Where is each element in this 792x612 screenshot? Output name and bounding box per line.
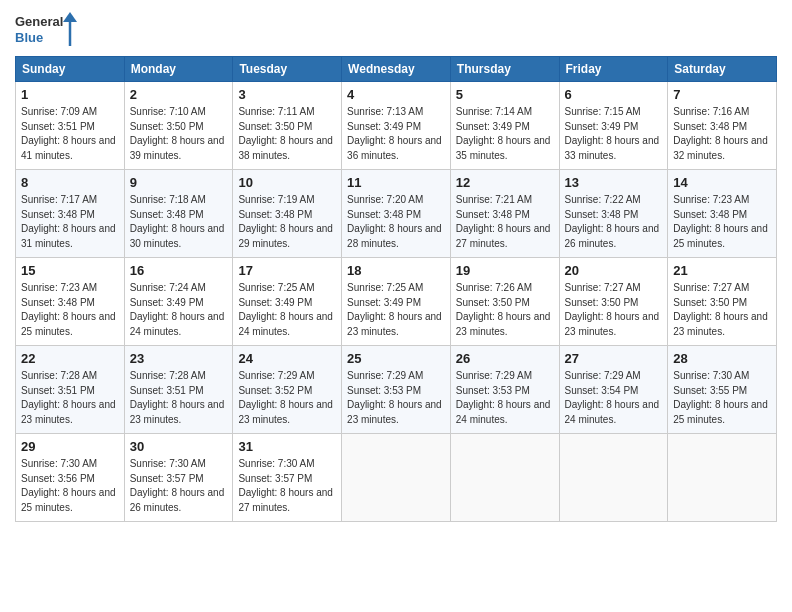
- calendar-header-row: SundayMondayTuesdayWednesdayThursdayFrid…: [16, 57, 777, 82]
- calendar-cell: [450, 434, 559, 522]
- day-info: Sunrise: 7:28 AMSunset: 3:51 PMDaylight:…: [21, 369, 119, 427]
- logo-svg: General Blue: [15, 10, 85, 48]
- col-header-saturday: Saturday: [668, 57, 777, 82]
- col-header-wednesday: Wednesday: [342, 57, 451, 82]
- week-row-2: 8Sunrise: 7:17 AMSunset: 3:48 PMDaylight…: [16, 170, 777, 258]
- day-info: Sunrise: 7:25 AMSunset: 3:49 PMDaylight:…: [347, 281, 445, 339]
- day-info: Sunrise: 7:18 AMSunset: 3:48 PMDaylight:…: [130, 193, 228, 251]
- day-number: 28: [673, 350, 771, 368]
- calendar-cell: 14Sunrise: 7:23 AMSunset: 3:48 PMDayligh…: [668, 170, 777, 258]
- col-header-friday: Friday: [559, 57, 668, 82]
- day-number: 30: [130, 438, 228, 456]
- day-number: 16: [130, 262, 228, 280]
- calendar-cell: 20Sunrise: 7:27 AMSunset: 3:50 PMDayligh…: [559, 258, 668, 346]
- calendar-cell: 2Sunrise: 7:10 AMSunset: 3:50 PMDaylight…: [124, 82, 233, 170]
- calendar-cell: 4Sunrise: 7:13 AMSunset: 3:49 PMDaylight…: [342, 82, 451, 170]
- day-number: 5: [456, 86, 554, 104]
- day-info: Sunrise: 7:30 AMSunset: 3:56 PMDaylight:…: [21, 457, 119, 515]
- day-number: 3: [238, 86, 336, 104]
- day-info: Sunrise: 7:13 AMSunset: 3:49 PMDaylight:…: [347, 105, 445, 163]
- calendar-cell: 25Sunrise: 7:29 AMSunset: 3:53 PMDayligh…: [342, 346, 451, 434]
- calendar-cell: 5Sunrise: 7:14 AMSunset: 3:49 PMDaylight…: [450, 82, 559, 170]
- calendar-cell: 1Sunrise: 7:09 AMSunset: 3:51 PMDaylight…: [16, 82, 125, 170]
- calendar-cell: 13Sunrise: 7:22 AMSunset: 3:48 PMDayligh…: [559, 170, 668, 258]
- day-info: Sunrise: 7:15 AMSunset: 3:49 PMDaylight:…: [565, 105, 663, 163]
- day-number: 6: [565, 86, 663, 104]
- day-number: 11: [347, 174, 445, 192]
- day-number: 4: [347, 86, 445, 104]
- day-number: 15: [21, 262, 119, 280]
- day-info: Sunrise: 7:27 AMSunset: 3:50 PMDaylight:…: [673, 281, 771, 339]
- calendar-cell: 21Sunrise: 7:27 AMSunset: 3:50 PMDayligh…: [668, 258, 777, 346]
- day-info: Sunrise: 7:28 AMSunset: 3:51 PMDaylight:…: [130, 369, 228, 427]
- calendar-body: 1Sunrise: 7:09 AMSunset: 3:51 PMDaylight…: [16, 82, 777, 522]
- day-info: Sunrise: 7:30 AMSunset: 3:57 PMDaylight:…: [238, 457, 336, 515]
- calendar-cell: 24Sunrise: 7:29 AMSunset: 3:52 PMDayligh…: [233, 346, 342, 434]
- day-number: 21: [673, 262, 771, 280]
- svg-text:General: General: [15, 14, 63, 29]
- day-number: 2: [130, 86, 228, 104]
- day-info: Sunrise: 7:26 AMSunset: 3:50 PMDaylight:…: [456, 281, 554, 339]
- day-number: 29: [21, 438, 119, 456]
- col-header-thursday: Thursday: [450, 57, 559, 82]
- day-number: 31: [238, 438, 336, 456]
- calendar-cell: 16Sunrise: 7:24 AMSunset: 3:49 PMDayligh…: [124, 258, 233, 346]
- week-row-4: 22Sunrise: 7:28 AMSunset: 3:51 PMDayligh…: [16, 346, 777, 434]
- calendar-cell: 3Sunrise: 7:11 AMSunset: 3:50 PMDaylight…: [233, 82, 342, 170]
- day-number: 12: [456, 174, 554, 192]
- calendar-cell: 19Sunrise: 7:26 AMSunset: 3:50 PMDayligh…: [450, 258, 559, 346]
- calendar-cell: 12Sunrise: 7:21 AMSunset: 3:48 PMDayligh…: [450, 170, 559, 258]
- day-info: Sunrise: 7:09 AMSunset: 3:51 PMDaylight:…: [21, 105, 119, 163]
- day-number: 25: [347, 350, 445, 368]
- calendar-table: SundayMondayTuesdayWednesdayThursdayFrid…: [15, 56, 777, 522]
- day-info: Sunrise: 7:17 AMSunset: 3:48 PMDaylight:…: [21, 193, 119, 251]
- day-number: 19: [456, 262, 554, 280]
- calendar-cell: [342, 434, 451, 522]
- day-number: 27: [565, 350, 663, 368]
- day-info: Sunrise: 7:20 AMSunset: 3:48 PMDaylight:…: [347, 193, 445, 251]
- calendar-cell: 9Sunrise: 7:18 AMSunset: 3:48 PMDaylight…: [124, 170, 233, 258]
- col-header-monday: Monday: [124, 57, 233, 82]
- day-info: Sunrise: 7:16 AMSunset: 3:48 PMDaylight:…: [673, 105, 771, 163]
- day-info: Sunrise: 7:29 AMSunset: 3:52 PMDaylight:…: [238, 369, 336, 427]
- day-info: Sunrise: 7:30 AMSunset: 3:57 PMDaylight:…: [130, 457, 228, 515]
- day-number: 7: [673, 86, 771, 104]
- logo: General Blue: [15, 10, 85, 48]
- day-number: 8: [21, 174, 119, 192]
- day-number: 10: [238, 174, 336, 192]
- day-number: 14: [673, 174, 771, 192]
- day-number: 22: [21, 350, 119, 368]
- day-info: Sunrise: 7:24 AMSunset: 3:49 PMDaylight:…: [130, 281, 228, 339]
- calendar-cell: 6Sunrise: 7:15 AMSunset: 3:49 PMDaylight…: [559, 82, 668, 170]
- calendar-cell: [668, 434, 777, 522]
- svg-marker-2: [63, 12, 77, 22]
- day-number: 13: [565, 174, 663, 192]
- svg-text:Blue: Blue: [15, 30, 43, 45]
- day-info: Sunrise: 7:29 AMSunset: 3:54 PMDaylight:…: [565, 369, 663, 427]
- col-header-tuesday: Tuesday: [233, 57, 342, 82]
- calendar-cell: 15Sunrise: 7:23 AMSunset: 3:48 PMDayligh…: [16, 258, 125, 346]
- day-info: Sunrise: 7:10 AMSunset: 3:50 PMDaylight:…: [130, 105, 228, 163]
- calendar-cell: 11Sunrise: 7:20 AMSunset: 3:48 PMDayligh…: [342, 170, 451, 258]
- day-info: Sunrise: 7:29 AMSunset: 3:53 PMDaylight:…: [456, 369, 554, 427]
- day-info: Sunrise: 7:23 AMSunset: 3:48 PMDaylight:…: [21, 281, 119, 339]
- calendar-cell: 23Sunrise: 7:28 AMSunset: 3:51 PMDayligh…: [124, 346, 233, 434]
- day-info: Sunrise: 7:30 AMSunset: 3:55 PMDaylight:…: [673, 369, 771, 427]
- calendar-cell: 26Sunrise: 7:29 AMSunset: 3:53 PMDayligh…: [450, 346, 559, 434]
- calendar-cell: 10Sunrise: 7:19 AMSunset: 3:48 PMDayligh…: [233, 170, 342, 258]
- page-header: General Blue: [15, 10, 777, 48]
- day-number: 20: [565, 262, 663, 280]
- day-info: Sunrise: 7:22 AMSunset: 3:48 PMDaylight:…: [565, 193, 663, 251]
- day-info: Sunrise: 7:11 AMSunset: 3:50 PMDaylight:…: [238, 105, 336, 163]
- calendar-cell: 30Sunrise: 7:30 AMSunset: 3:57 PMDayligh…: [124, 434, 233, 522]
- day-info: Sunrise: 7:21 AMSunset: 3:48 PMDaylight:…: [456, 193, 554, 251]
- calendar-cell: 17Sunrise: 7:25 AMSunset: 3:49 PMDayligh…: [233, 258, 342, 346]
- day-number: 9: [130, 174, 228, 192]
- calendar-cell: 8Sunrise: 7:17 AMSunset: 3:48 PMDaylight…: [16, 170, 125, 258]
- day-info: Sunrise: 7:19 AMSunset: 3:48 PMDaylight:…: [238, 193, 336, 251]
- calendar-cell: 28Sunrise: 7:30 AMSunset: 3:55 PMDayligh…: [668, 346, 777, 434]
- calendar-cell: 29Sunrise: 7:30 AMSunset: 3:56 PMDayligh…: [16, 434, 125, 522]
- day-number: 23: [130, 350, 228, 368]
- day-number: 26: [456, 350, 554, 368]
- day-info: Sunrise: 7:14 AMSunset: 3:49 PMDaylight:…: [456, 105, 554, 163]
